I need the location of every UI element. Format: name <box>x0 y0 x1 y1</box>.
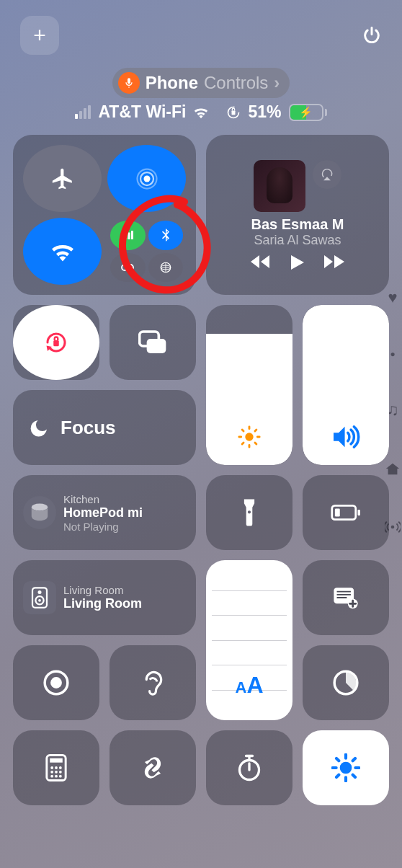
media-title: Bas Esmaa M <box>251 216 344 233</box>
orientation-lock-button[interactable] <box>13 305 99 380</box>
moon-icon <box>29 417 50 438</box>
svg-point-23 <box>38 590 42 594</box>
airdrop-button[interactable] <box>107 145 186 212</box>
svg-point-33 <box>50 766 53 769</box>
dot-icon: ● <box>390 349 395 359</box>
svg-point-41 <box>59 775 62 778</box>
appearance-button[interactable] <box>303 730 389 805</box>
svg-point-36 <box>50 771 53 774</box>
airplane-icon <box>50 167 75 191</box>
svg-point-10 <box>128 265 133 270</box>
music-icon: ♫ <box>387 401 399 420</box>
plus-icon: + <box>33 23 46 48</box>
timer-button[interactable] <box>303 645 389 720</box>
heart-icon: ♥ <box>388 288 397 307</box>
page-indicator[interactable]: ♥ ● ♫ <box>385 288 401 535</box>
screen-record-button[interactable] <box>13 645 99 720</box>
more-connectivity-button[interactable] <box>107 218 186 285</box>
svg-rect-21 <box>335 509 340 517</box>
brightness-slider[interactable] <box>206 305 292 465</box>
homepod-name: HomePod mi <box>63 505 143 521</box>
calculator-button[interactable] <box>13 730 99 805</box>
carrier-label: AT&T Wi-Fi <box>98 102 186 122</box>
speaker-name: Living Room <box>63 596 142 611</box>
svg-point-43 <box>340 762 352 774</box>
next-button[interactable] <box>324 255 344 270</box>
wifi-status-icon <box>193 106 209 119</box>
text-size-button[interactable]: AA <box>206 560 292 720</box>
battery-icon: ⚡ <box>289 104 327 121</box>
volume-slider[interactable] <box>303 305 389 465</box>
dynamic-island-pill[interactable]: Phone Controls › <box>112 68 290 98</box>
svg-point-25 <box>38 599 41 602</box>
flashlight-button[interactable] <box>206 475 292 550</box>
stopwatch-button[interactable] <box>206 730 292 805</box>
quick-note-button[interactable] <box>303 560 389 635</box>
svg-point-39 <box>50 775 53 778</box>
svg-rect-7 <box>128 233 130 240</box>
svg-point-29 <box>50 677 62 688</box>
svg-point-40 <box>55 775 58 778</box>
homepod-icon <box>23 496 56 529</box>
svg-point-18 <box>32 504 48 511</box>
svg-point-35 <box>59 766 62 769</box>
shazam-button[interactable] <box>110 730 196 805</box>
hearing-button[interactable] <box>110 645 196 720</box>
sun-icon <box>331 753 360 782</box>
record-icon <box>43 669 70 696</box>
wifi-icon <box>50 241 76 262</box>
focus-button[interactable]: Focus <box>13 390 196 465</box>
svg-point-9 <box>122 265 128 270</box>
volume-icon <box>331 425 360 449</box>
airplay-button[interactable] <box>313 160 341 189</box>
hotspot-icon <box>110 253 146 283</box>
svg-rect-14 <box>53 340 59 346</box>
status-bar: AT&T Wi-Fi 51% ⚡ <box>0 102 402 122</box>
homepod-module[interactable]: Kitchen HomePod mi Not Playing <box>13 475 196 550</box>
svg-rect-5 <box>122 236 124 239</box>
timer-icon <box>332 669 359 696</box>
airplane-mode-button[interactable] <box>23 145 102 212</box>
svg-point-34 <box>55 766 58 769</box>
svg-rect-16 <box>147 339 166 353</box>
media-module[interactable]: Bas Esmaa M Saria Al Sawas <box>206 135 389 295</box>
stopwatch-icon <box>236 753 262 782</box>
svg-rect-1 <box>232 110 236 115</box>
sun-icon <box>237 425 262 449</box>
text-size-icon: AA <box>236 672 264 699</box>
add-control-button[interactable]: + <box>20 16 59 55</box>
power-button[interactable] <box>362 25 382 45</box>
quick-note-icon <box>333 586 359 609</box>
svg-point-38 <box>59 771 62 774</box>
airdrop-icon <box>134 166 160 192</box>
home-icon <box>385 461 401 477</box>
speaker-module[interactable]: Living Room Living Room <box>13 560 196 635</box>
pill-label-main: Phone <box>146 73 198 93</box>
calculator-icon <box>45 754 67 781</box>
chevron-right-icon: › <box>274 73 280 93</box>
prev-button[interactable] <box>251 255 271 270</box>
connectivity-module[interactable] <box>13 135 196 295</box>
mic-icon <box>118 72 140 94</box>
svg-rect-8 <box>131 231 133 239</box>
homepod-status: Not Playing <box>63 521 143 533</box>
lock-rotation-icon <box>43 329 69 355</box>
wifi-button[interactable] <box>23 218 102 285</box>
cellular-icon <box>110 221 146 250</box>
battery-pct: 51% <box>248 102 281 122</box>
homepod-location: Kitchen <box>63 493 143 505</box>
focus-label: Focus <box>61 417 116 439</box>
lock-rotation-icon <box>226 105 241 120</box>
low-power-button[interactable] <box>303 475 389 550</box>
power-icon <box>362 25 382 45</box>
play-button[interactable] <box>291 255 304 270</box>
hearing-icon <box>142 669 164 696</box>
flashlight-icon <box>242 499 256 526</box>
speaker-icon <box>23 581 56 614</box>
media-artist: Saria Al Sawas <box>254 233 341 248</box>
svg-point-44 <box>391 526 395 529</box>
svg-rect-20 <box>358 510 360 515</box>
speaker-location: Living Room <box>63 584 142 596</box>
battery-icon <box>331 505 361 521</box>
screen-mirroring-button[interactable] <box>110 305 196 380</box>
